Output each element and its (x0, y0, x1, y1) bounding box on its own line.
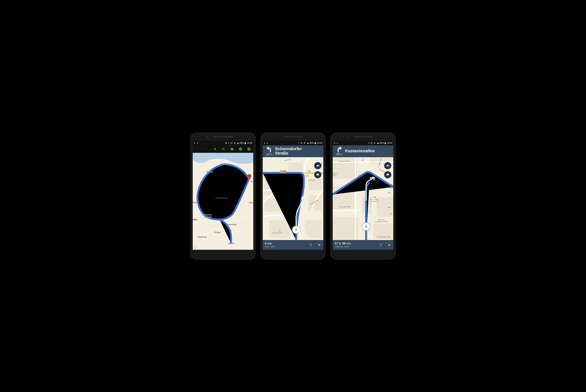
cell-icon (307, 142, 309, 144)
status-bar: 66% 18:50 (333, 141, 393, 145)
poi-lidl: Lidl (361, 160, 363, 161)
battery-percent: 66% (239, 142, 244, 144)
status-clock: 18:50 (387, 142, 392, 144)
screen-2: 66% 18:54 100 m SchorndorferStraße (263, 141, 323, 250)
map-view[interactable]: L 1151 Blumenstraße Asternweg Grabenstra… (263, 157, 323, 240)
close-circle-icon[interactable] (239, 147, 242, 151)
navigation-bottom-bar: 17 hr 36 min 1,880 km 12:25 (333, 240, 393, 250)
bus-stop-icon: 🚌 (308, 170, 310, 172)
poi-kita2: Ev.Kirchen (386, 186, 393, 187)
poi-ekt2: Sorpresa e.V. (370, 201, 379, 202)
phone-frame-3: 66% 18:50 150 m Kastanienallee (330, 132, 396, 260)
search-icon[interactable] (222, 147, 225, 151)
close-nav-button[interactable] (315, 240, 323, 250)
cablecar-icon: 🚡 (390, 212, 392, 215)
svg-rect-28 (385, 142, 386, 142)
church-icon: ⛪ (279, 229, 281, 232)
phone-frame-1: 66% 18:48 (190, 132, 256, 260)
restaurant-icon: 🍴 (359, 172, 361, 174)
poi-kita3: Zion (390, 188, 393, 189)
status-clock: 18:48 (247, 142, 252, 144)
info-button[interactable]: i (194, 246, 197, 249)
svg-rect-29 (385, 143, 386, 144)
poi-garten2: erein (333, 174, 336, 176)
battery-percent: 66% (309, 142, 314, 144)
turn-left-icon (266, 146, 273, 153)
city-frankfurt-1: Frankfurt (204, 214, 212, 216)
phone-camera (347, 136, 348, 138)
svg-rect-24 (317, 174, 318, 175)
navigation-banner[interactable]: 150 m Kastanienallee (333, 145, 393, 157)
city-cologne: ologne (193, 201, 199, 204)
nav-arrow-icon[interactable] (213, 147, 217, 151)
poi-stadt1: Städt. Kita (378, 219, 385, 221)
bluetooth-icon (298, 142, 300, 144)
street-blumen: Blumenstraße (300, 175, 309, 177)
status-bar: 66% 18:54 (263, 141, 323, 145)
circle-icon (197, 142, 198, 144)
map-view[interactable]: Hamburg Bremen ologne Frankfurt am Main … (193, 153, 253, 250)
poi-stadt2: Fürstenberger Straße (374, 221, 388, 222)
city-hamburg: Hamburg (220, 163, 228, 165)
location-icon (225, 142, 227, 144)
phone-speaker (353, 136, 373, 138)
wifi-icon (233, 142, 236, 144)
turn-distance: 100 m (266, 153, 272, 156)
city-frankfurt-2: am Main (204, 216, 212, 218)
road-sign: L 1151 (280, 170, 287, 173)
phone-frame-2: 66% 18:54 100 m SchorndorferStraße (260, 132, 326, 260)
turn-street: SchorndorferStraße (274, 146, 322, 156)
location-marker[interactable] (292, 226, 300, 234)
alt-route-button[interactable] (376, 240, 385, 250)
alarm-icon (370, 142, 373, 144)
svg-rect-23 (317, 174, 318, 174)
instructions-button[interactable] (314, 171, 321, 178)
street-furstenberger: Fürstenberger Straße (377, 236, 391, 238)
svg-rect-4 (245, 143, 246, 144)
svg-point-8 (248, 148, 249, 150)
city-munich: Munich (228, 242, 235, 244)
cell-icon (377, 142, 379, 144)
location-dot (220, 231, 222, 232)
map-view[interactable]: Choriner Straße Schwedter Straße Schwedt… (333, 157, 393, 240)
status-bar: 66% 18:48 (193, 141, 253, 145)
poi-ekt1: EKT - Kinder (370, 199, 378, 200)
nav-up-icon (334, 142, 336, 144)
turn-distance: 150 m (336, 153, 342, 156)
poi-showroom1: Temporary (366, 187, 373, 189)
svg-rect-21 (308, 195, 322, 210)
phone-speaker (283, 136, 303, 138)
svg-point-25 (337, 142, 338, 144)
navigation-banner[interactable]: 100 m SchorndorferStraße (263, 145, 323, 157)
map-canvas (193, 153, 253, 250)
destination-pin[interactable] (247, 174, 252, 180)
sound-button[interactable] (314, 162, 321, 169)
street-astern: Asternweg (308, 179, 315, 181)
status-clock: 18:54 (317, 142, 322, 144)
bus-stop-icon: 🚌 (374, 196, 376, 198)
svg-point-11 (267, 142, 268, 144)
navigation-bottom-bar: 4 min 1 km 18:57 (263, 240, 323, 250)
screen-1: 66% 18:48 (193, 141, 253, 250)
circle-icon (266, 142, 268, 144)
svg-rect-14 (315, 142, 316, 142)
poi-heimat: Heimat Berlin (370, 179, 379, 181)
eta-info[interactable]: 17 hr 36 min 1,880 km 12:25 (333, 241, 376, 249)
alt-route-button[interactable] (306, 240, 315, 250)
city-urg: URG (193, 218, 197, 221)
poi-showroom2: Showroom (366, 189, 373, 190)
city-bremen: Bremen (207, 171, 213, 173)
download-icon[interactable] (230, 147, 234, 151)
wifi-icon (303, 142, 306, 144)
settings-icon[interactable] (247, 147, 251, 151)
city-berlin: Be (251, 180, 253, 183)
instructions-button[interactable] (384, 171, 391, 178)
nfc-icon (194, 142, 196, 144)
shop-icon: 🛒 (362, 158, 364, 160)
eta-info[interactable]: 4 min 1 km 18:57 (263, 241, 306, 249)
svg-rect-39 (387, 174, 388, 175)
location-marker[interactable] (362, 223, 370, 230)
svg-point-5 (222, 148, 224, 150)
sound-button[interactable] (384, 162, 391, 169)
close-nav-button[interactable] (385, 240, 393, 250)
